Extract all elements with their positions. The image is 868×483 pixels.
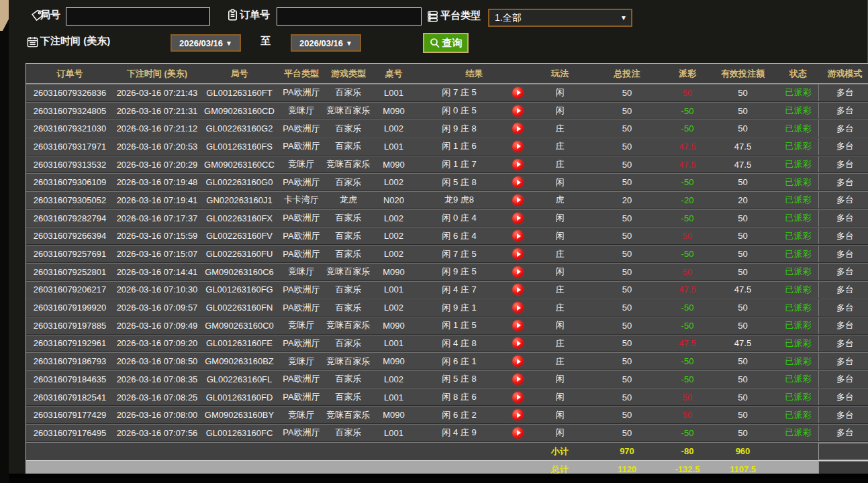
cell-valid-bet: 50 (708, 389, 778, 406)
cell-platform-type: 竞咪厅 (278, 156, 325, 173)
replay-play-icon[interactable] (512, 176, 524, 188)
cell-game-type: 百家乐 (325, 120, 372, 137)
replay-play-icon[interactable] (512, 248, 524, 260)
table-row: 260316079197885 2026-03-16 07:09:49 GM09… (26, 317, 868, 335)
cell-replay (503, 335, 533, 352)
replay-play-icon[interactable] (512, 213, 524, 224)
replay-play-icon[interactable] (512, 230, 524, 241)
cell-replay (503, 210, 533, 227)
cell-status: 已派彩 (778, 192, 818, 209)
table-row: 260316079186793 2026-03-16 07:08:50 GM09… (26, 352, 868, 370)
cell-valid-bet: 47.5 (708, 156, 778, 173)
table-row: 260316079177429 2026-03-16 07:08:00 GM09… (26, 406, 868, 424)
replay-play-icon[interactable] (512, 284, 524, 295)
replay-play-icon[interactable] (512, 105, 524, 117)
cell-result: 闲 4 庄 9 (416, 425, 503, 441)
cell-bet-time: 2026-03-16 07:21:31 (113, 103, 201, 119)
cell-replay (503, 353, 533, 370)
replay-play-icon[interactable] (512, 302, 524, 313)
cell-game-mode: 多台 (818, 156, 868, 173)
cell-status: 已派彩 (778, 103, 818, 119)
replay-play-icon[interactable] (512, 427, 524, 439)
cell-round-id: GM090263160C6 (201, 264, 278, 280)
table-row: 260316079306109 2026-03-16 07:19:48 GL00… (26, 173, 868, 191)
table-row: 260316079282794 2026-03-16 07:17:37 GL00… (26, 209, 868, 227)
cell-game-type: 百家乐 (325, 174, 372, 191)
left-edge-strip (0, 0, 9, 483)
bet-records-table: 订单号 下注时间 (美东) 局号 平台类型 游戏类型 桌号 结果 玩法 总投注 … (26, 63, 868, 478)
cell-play-type: 闲 (533, 264, 587, 280)
replay-play-icon[interactable] (512, 337, 524, 349)
cell-result: 闲 1 庄 7 (416, 156, 503, 173)
replay-play-icon[interactable] (512, 409, 524, 421)
cell-table-no: L002 (372, 210, 416, 227)
cell-status: 已派彩 (778, 138, 818, 155)
table-row: 260316079252801 2026-03-16 07:14:41 GM09… (26, 263, 868, 281)
cell-total-bet: 50 (587, 407, 667, 423)
cell-replay (503, 264, 533, 280)
cell-replay (503, 103, 533, 119)
cell-round-id: GL001263160FE (201, 335, 278, 352)
replay-play-icon[interactable] (512, 392, 524, 403)
cell-game-type: 百家乐 (325, 228, 372, 245)
replay-play-icon[interactable] (512, 356, 524, 367)
date-from-select[interactable]: 2026/03/16 ▼ (171, 34, 241, 52)
cell-status: 已派彩 (778, 210, 818, 227)
cell-payout: -50 (667, 353, 708, 370)
cell-table-no: L002 (372, 299, 416, 316)
replay-play-icon[interactable] (512, 320, 524, 331)
header-status: 状态 (778, 64, 818, 83)
cell-replay (503, 85, 533, 101)
cell-order-id: 260316079252801 (26, 264, 113, 280)
cell-status: 已派彩 (778, 425, 818, 441)
order-id-input[interactable] (277, 7, 422, 25)
cell-game-mode: 多台 (818, 120, 868, 137)
replay-play-icon[interactable] (512, 195, 524, 206)
cell-round-id: GL002263160FV (201, 228, 278, 245)
cell-bet-time: 2026-03-16 07:08:50 (113, 353, 201, 370)
cell-status: 已派彩 (778, 299, 818, 316)
cell-round-id: GM090263160CD (201, 103, 278, 119)
replay-play-icon[interactable] (512, 374, 524, 385)
search-button[interactable]: 查询 (423, 33, 469, 53)
cell-total-bet: 20 (587, 192, 667, 209)
cell-result: 闲 6 庄 2 (416, 407, 503, 423)
cell-round-id: GL002263160FL (201, 371, 278, 388)
cell-payout: 50 (667, 85, 708, 101)
cell-payout: -20 (667, 192, 708, 209)
cell-order-id: 260316079266394 (26, 228, 113, 245)
cell-payout: -50 (667, 246, 708, 262)
cell-table-no: M090 (372, 317, 416, 334)
date-from-value: 2026/03/16 (179, 38, 223, 48)
cell-table-no: L001 (372, 335, 416, 352)
table-row: 260316079326836 2026-03-16 07:21:43 GL00… (26, 84, 868, 102)
cell-game-mode: 多台 (818, 138, 868, 155)
round-id-input[interactable] (66, 7, 210, 25)
replay-play-icon[interactable] (512, 141, 524, 152)
header-play-type: 玩法 (533, 64, 587, 83)
subtotal-valid-bet: 960 (708, 443, 778, 460)
replay-play-icon[interactable] (512, 87, 524, 99)
replay-play-icon[interactable] (512, 266, 524, 278)
platform-type-select[interactable]: 1.全部 ▼ (488, 9, 632, 27)
cell-platform-type: PA欧洲厅 (278, 138, 325, 155)
calendar-icon (26, 36, 39, 48)
cell-valid-bet: 50 (708, 120, 778, 137)
panel-collapse-handle[interactable] (0, 0, 9, 31)
cell-total-bet: 50 (587, 85, 667, 101)
cell-game-mode: 多台 (818, 246, 868, 262)
cell-valid-bet: 50 (708, 371, 778, 388)
cell-status: 已派彩 (778, 85, 818, 101)
replay-play-icon[interactable] (512, 123, 524, 134)
cell-platform-type: 竞咪厅 (278, 407, 325, 423)
cell-round-id: GL002263160FN (201, 299, 278, 316)
replay-play-icon[interactable] (512, 159, 524, 170)
cell-order-id: 260316079176495 (26, 425, 113, 441)
cell-valid-bet: 47.5 (708, 335, 778, 352)
platform-type-value: 1.全部 (495, 12, 522, 24)
cell-game-mode: 多台 (818, 264, 868, 280)
cell-game-type: 百家乐 (325, 335, 372, 352)
cell-result: 闲 5 庄 8 (416, 174, 503, 191)
date-to-select[interactable]: 2026/03/16 ▼ (291, 34, 361, 52)
cell-bet-time: 2026-03-16 07:21:12 (113, 120, 201, 137)
